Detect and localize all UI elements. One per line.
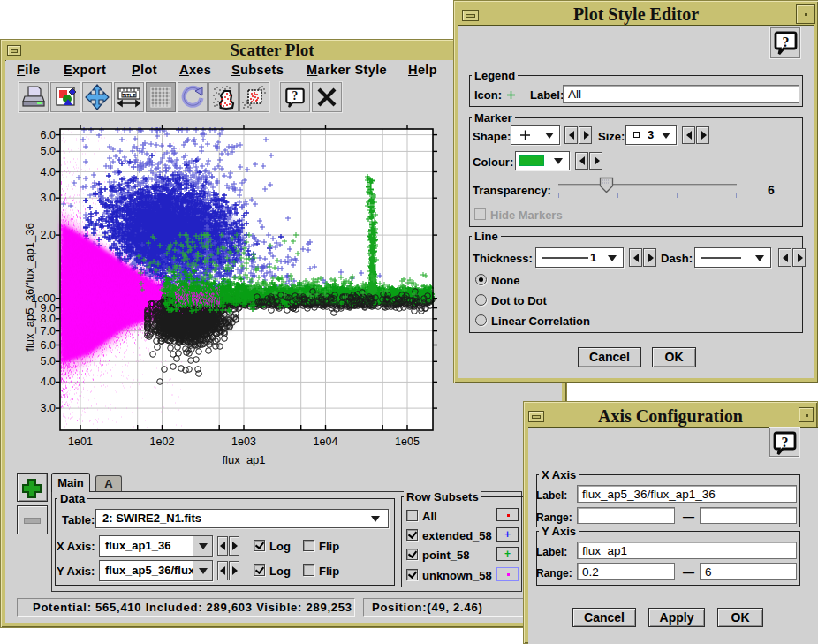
svg-text:8.0: 8.0: [41, 313, 56, 325]
svg-text:6.0: 6.0: [41, 129, 56, 141]
svg-text:5.0: 5.0: [41, 355, 56, 367]
svg-text:3.0: 3.0: [41, 192, 56, 204]
svg-text:6.0: 6.0: [41, 339, 56, 352]
svg-text:flux_ap5_36/flux_ap1_36: flux_ap5_36/flux_ap1_36: [23, 223, 36, 351]
svg-text:1e04: 1e04: [314, 436, 338, 448]
svg-text:1e01: 1e01: [68, 436, 93, 448]
svg-text:TITLE: TITLE: [122, 93, 136, 98]
svg-text:1e05: 1e05: [395, 436, 420, 448]
svg-text:1e03: 1e03: [231, 436, 256, 448]
svg-text:2.0: 2.0: [41, 229, 56, 241]
svg-text:4.0: 4.0: [41, 375, 56, 388]
svg-text:4.0: 4.0: [41, 166, 56, 178]
svg-text:1e02: 1e02: [150, 436, 175, 448]
svg-text:flux_ap1: flux_ap1: [222, 453, 265, 466]
svg-text:5.0: 5.0: [41, 145, 56, 157]
svg-text:?: ?: [783, 34, 790, 49]
svg-text:3.0: 3.0: [41, 402, 56, 414]
svg-text:?: ?: [782, 435, 789, 450]
svg-text:?: ?: [292, 89, 299, 102]
svg-text:7.0: 7.0: [41, 325, 56, 337]
